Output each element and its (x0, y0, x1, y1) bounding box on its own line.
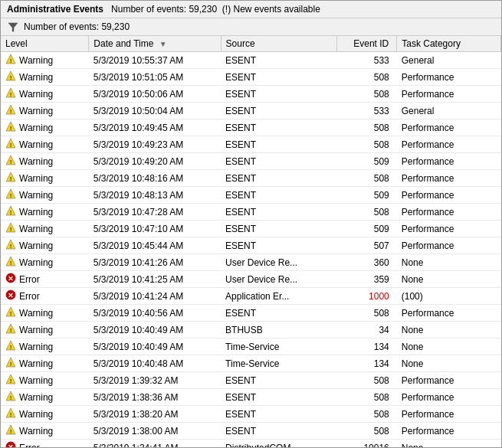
table-row[interactable]: ! Warning5/3/2019 10:49:45 AMESENT508Per… (1, 119, 501, 136)
cell-level: ✕ Error (1, 271, 89, 288)
warning-icon: ! (5, 357, 16, 370)
table-row[interactable]: ! Warning5/3/2019 1:38:36 AMESENT508Perf… (1, 389, 501, 406)
level-label: Warning (19, 392, 53, 403)
cell-level: ✕ Error (1, 440, 89, 448)
warning-icon: ! (5, 172, 16, 185)
table-row[interactable]: ✕ Error5/3/2019 10:41:24 AMApplication E… (1, 288, 501, 305)
table-row[interactable]: ! Warning5/3/2019 10:48:13 AMESENT509Per… (1, 187, 501, 204)
cell-taskcategory: Performance (397, 86, 501, 103)
table-row[interactable]: ! Warning5/3/2019 10:40:49 AMBTHUSB34Non… (1, 322, 501, 338)
error-icon: ✕ (5, 273, 16, 286)
cell-source: ESENT (221, 170, 336, 187)
table-row[interactable]: ! Warning5/3/2019 10:41:26 AMUser Device… (1, 254, 501, 271)
col-header-level[interactable]: Level (1, 36, 89, 52)
cell-level: ! Warning (1, 170, 89, 187)
warning-icon: ! (5, 155, 16, 168)
level-label: Error (19, 274, 40, 285)
svg-text:!: ! (10, 260, 12, 267)
level-label: Warning (19, 89, 53, 100)
warning-icon: ! (5, 407, 16, 420)
cell-level: ! Warning (1, 254, 89, 271)
svg-text:!: ! (10, 310, 12, 317)
cell-source: ESENT (221, 52, 336, 69)
cell-eventid: 507 (336, 237, 396, 254)
cell-level: ! Warning (1, 86, 89, 103)
cell-source: User Device Re... (221, 271, 336, 288)
table-row[interactable]: ! Warning5/3/2019 1:38:00 AMESENT508Perf… (1, 423, 501, 440)
cell-taskcategory: Performance (397, 372, 501, 389)
cell-source: ESENT (221, 204, 336, 221)
warning-icon: ! (5, 87, 16, 100)
level-label: Warning (19, 55, 53, 66)
svg-text:!: ! (10, 361, 12, 368)
cell-source: ESENT (221, 86, 336, 103)
table-row[interactable]: ! Warning5/3/2019 10:55:37 AMESENT533Gen… (1, 52, 501, 69)
cell-source: User Device Re... (221, 254, 336, 271)
warning-icon: ! (5, 205, 16, 218)
cell-source: ESENT (221, 187, 336, 204)
level-label: Warning (19, 190, 53, 201)
table-row[interactable]: ✕ Error5/3/2019 1:34:41 AMDistributedCOM… (1, 440, 501, 448)
level-label: Warning (19, 207, 53, 217)
level-label: Warning (19, 358, 53, 369)
col-header-source[interactable]: Source (221, 36, 336, 52)
cell-eventid: 533 (336, 52, 396, 69)
table-row[interactable]: ! Warning5/3/2019 1:39:32 AMESENT508Perf… (1, 372, 501, 389)
cell-datetime: 5/3/2019 10:40:49 AM (89, 322, 221, 338)
cell-eventid: 508 (336, 69, 396, 86)
table-row[interactable]: ! Warning5/3/2019 1:38:20 AMESENT508Perf… (1, 406, 501, 423)
cell-taskcategory: Performance (397, 389, 501, 406)
table-row[interactable]: ! Warning5/3/2019 10:47:10 AMESENT509Per… (1, 221, 501, 237)
title-bar: Administrative Events Number of events: … (1, 1, 501, 18)
table-row[interactable]: ! Warning5/3/2019 10:48:16 AMESENT508Per… (1, 170, 501, 187)
toolbar: Number of events: 59,230 (1, 18, 501, 36)
window-title: Administrative Events (7, 4, 103, 15)
cell-datetime: 5/3/2019 10:41:25 AM (89, 271, 221, 288)
table-row[interactable]: ! Warning5/3/2019 10:49:23 AMESENT508Per… (1, 136, 501, 153)
table-row[interactable]: ! Warning5/3/2019 10:49:20 AMESENT509Per… (1, 153, 501, 170)
col-header-eventid[interactable]: Event ID (336, 36, 396, 52)
cell-taskcategory: Performance (397, 305, 501, 322)
svg-text:!: ! (10, 125, 12, 132)
table-body: ! Warning5/3/2019 10:55:37 AMESENT533Gen… (1, 52, 501, 448)
cell-level: ! Warning (1, 221, 89, 237)
cell-datetime: 5/3/2019 10:41:24 AM (89, 288, 221, 305)
cell-source: ESENT (221, 305, 336, 322)
events-table-container[interactable]: Level Date and Time ▼ Source Event ID Ta… (1, 36, 501, 447)
cell-eventid: 508 (336, 423, 396, 440)
cell-source: ESENT (221, 119, 336, 136)
level-label: Warning (19, 325, 53, 335)
table-row[interactable]: ! Warning5/3/2019 10:50:06 AMESENT508Per… (1, 86, 501, 103)
cell-datetime: 5/3/2019 10:40:49 AM (89, 338, 221, 355)
table-row[interactable]: ! Warning5/3/2019 10:40:49 AMTime-Servic… (1, 338, 501, 355)
cell-taskcategory: None (397, 338, 501, 355)
cell-datetime: 5/3/2019 10:47:10 AM (89, 221, 221, 237)
filter-icon[interactable] (7, 21, 19, 33)
cell-datetime: 5/3/2019 10:41:26 AM (89, 254, 221, 271)
svg-text:!: ! (10, 327, 12, 334)
warning-icon: ! (5, 239, 16, 252)
table-row[interactable]: ! Warning5/3/2019 10:40:48 AMTime-Servic… (1, 355, 501, 372)
warning-icon: ! (5, 306, 16, 319)
cell-eventid: 533 (336, 103, 396, 119)
cell-taskcategory: Performance (397, 237, 501, 254)
table-row[interactable]: ! Warning5/3/2019 10:47:28 AMESENT508Per… (1, 204, 501, 221)
level-label: Warning (19, 375, 53, 386)
table-row[interactable]: ! Warning5/3/2019 10:40:56 AMESENT508Per… (1, 305, 501, 322)
table-row[interactable]: ! Warning5/3/2019 10:51:05 AMESENT508Per… (1, 69, 501, 86)
level-label: Warning (19, 342, 53, 352)
table-row[interactable]: ! Warning5/3/2019 10:45:44 AMESENT507Per… (1, 237, 501, 254)
cell-level: ! Warning (1, 136, 89, 153)
table-row[interactable]: ! Warning5/3/2019 10:50:04 AMESENT533Gen… (1, 103, 501, 119)
svg-text:✕: ✕ (8, 292, 14, 299)
col-header-taskcategory[interactable]: Task Category (397, 36, 501, 52)
cell-level: ! Warning (1, 103, 89, 119)
cell-taskcategory: Performance (397, 170, 501, 187)
cell-taskcategory: Performance (397, 187, 501, 204)
cell-eventid: 509 (336, 187, 396, 204)
cell-eventid: 134 (336, 338, 396, 355)
table-row[interactable]: ✕ Error5/3/2019 10:41:25 AMUser Device R… (1, 271, 501, 288)
col-header-datetime[interactable]: Date and Time ▼ (89, 36, 221, 52)
cell-eventid: 509 (336, 221, 396, 237)
level-label: Warning (19, 426, 53, 437)
